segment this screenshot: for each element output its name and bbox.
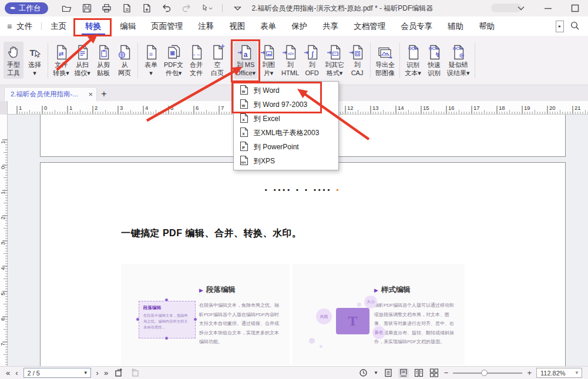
- zoom-slider-thumb[interactable]: [481, 370, 488, 376]
- print-icon[interactable]: [101, 2, 113, 14]
- page-number-box[interactable]: 2 / 5 ▼: [23, 368, 91, 378]
- svg-text:0: 0: [0, 166, 6, 169]
- chevron-down-icon: ▼: [83, 370, 88, 375]
- menu-overflow-button[interactable]: ▸: [556, 21, 564, 32]
- svg-text:⇄: ⇄: [59, 51, 64, 57]
- view-mode-icon[interactable]: [358, 368, 369, 378]
- ribbon-button-hand-tool[interactable]: 手型工具: [4, 42, 23, 79]
- redo-icon[interactable]: [181, 2, 193, 14]
- zoom-in-button[interactable]: +: [527, 368, 532, 377]
- restore-chevron-icon[interactable]: [515, 2, 527, 14]
- menu-item-共享[interactable]: 共享: [322, 16, 338, 36]
- thumb-text: 在段落中编辑文本，免除布局之忧。编辑内容时支持文本自动重排...: [143, 313, 191, 330]
- menu-item-编辑[interactable]: 编辑: [120, 16, 136, 36]
- svg-text:2: 2: [95, 105, 98, 111]
- page-copy-icon[interactable]: [121, 2, 133, 14]
- menu-item-表单[interactable]: 表单: [260, 16, 276, 36]
- minimize-icon[interactable]: [542, 2, 554, 14]
- dropdown-item--word[interactable]: w到 Word: [234, 83, 338, 98]
- to-caj-icon: [349, 43, 365, 61]
- dropdown-item--excel[interactable]: x到 Excel: [234, 112, 338, 126]
- card-body: 福昕PDF编辑器个人版可以通过移动和缩放段落调整文档布局，对文本、图像、形状等对…: [374, 301, 458, 347]
- ribbon-button-from-web[interactable]: 从网页: [115, 42, 135, 79]
- new-tab-button[interactable]: +: [97, 87, 111, 101]
- svg-text:21: 21: [574, 105, 581, 111]
- facing-page-icon[interactable]: [414, 368, 424, 378]
- ribbon-button-pdf-portfolio[interactable]: ▣PDF文件包▾: [162, 42, 185, 79]
- zoom-out-button[interactable]: −: [444, 368, 449, 377]
- xps-doc-icon: xps: [239, 155, 248, 167]
- last-page-button[interactable]: »: [104, 368, 108, 377]
- menu-item-转换[interactable]: 转换: [82, 16, 105, 36]
- ribbon-button-to-image[interactable]: 到图片▾: [258, 42, 278, 79]
- menu-item-帮助[interactable]: 帮助: [479, 16, 495, 36]
- tab-close-icon[interactable]: ×: [88, 90, 93, 99]
- ribbon-button-to-caj[interactable]: 到CAJ: [347, 42, 367, 79]
- zoom-level-box[interactable]: 112.82% ▼: [536, 368, 582, 378]
- dropdown-item--xps[interactable]: xps到XPS: [234, 154, 338, 168]
- ruler-corner: [0, 101, 8, 115]
- svg-text:6: 6: [0, 317, 6, 320]
- dropdown-item--xml-2003[interactable]: x至XML电子表格2003: [234, 126, 338, 140]
- page-number-value: 2 / 5: [28, 370, 83, 377]
- menu-item-视图[interactable]: 视图: [229, 16, 245, 36]
- ribbon-button-export-all-images[interactable]: 导出全部图像: [374, 42, 397, 79]
- menu-item-file[interactable]: 文件: [16, 16, 32, 36]
- pointer-tool-icon[interactable]: [201, 2, 213, 14]
- ribbon-button-combine-files[interactable]: →←合并文件: [186, 42, 206, 79]
- menu-item-会员专享[interactable]: 会员专享: [401, 16, 432, 36]
- menu-item-辅助[interactable]: 辅助: [448, 16, 463, 36]
- menu-item-文档管理[interactable]: 文档管理: [354, 16, 385, 36]
- zoom-slider[interactable]: [453, 369, 522, 377]
- previous-view-button[interactable]: [113, 368, 124, 378]
- ribbon-button-from-scanner[interactable]: 从扫描仪▾: [72, 42, 92, 79]
- style-bubble: 风格: [316, 308, 332, 324]
- hamburger-menu-icon[interactable]: ≡: [7, 22, 11, 31]
- menu-item-保护[interactable]: 保护: [291, 16, 307, 36]
- maximize-icon[interactable]: [569, 2, 581, 14]
- ribbon-button-ocr-quick[interactable]: OCR↯快速识别: [424, 42, 444, 79]
- from-web-icon: [116, 43, 133, 61]
- ribbon-button-to-ms-office[interactable]: a到 MSOffice▾: [234, 42, 257, 79]
- dropdown-item--powerpoint[interactable]: P到 PowerPoint: [234, 140, 338, 154]
- menu-item-注释[interactable]: 注释: [198, 16, 214, 36]
- next-page-button[interactable]: ›: [96, 368, 99, 377]
- ribbon-button-to-html[interactable]: </>到HTML: [280, 42, 301, 79]
- svg-text:OCR: OCR: [453, 46, 463, 51]
- ribbon-button-from-clipboard[interactable]: 从剪贴板: [93, 42, 113, 79]
- ribbon-button-blank-page[interactable]: +空白页: [207, 42, 227, 79]
- svg-text:OCR: OCR: [429, 46, 439, 51]
- search-icon[interactable]: [570, 21, 580, 32]
- triangle-bullet-icon: ▶: [374, 287, 378, 293]
- document-tab[interactable]: 2.福昕会员使用指南-... ×: [4, 87, 97, 101]
- collapse-ribbon-icon[interactable]: [232, 2, 244, 14]
- ribbon-button-ocr-suspects[interactable]: OCR◎疑似错误结果▾: [445, 42, 472, 79]
- first-page-button[interactable]: «: [6, 368, 10, 377]
- open-folder-icon[interactable]: [61, 2, 73, 14]
- chevron-down-icon[interactable]: ▼: [374, 370, 378, 375]
- ribbon-button-to-ofd[interactable]: ∫到OFD: [302, 42, 322, 79]
- facing-continuous-icon[interactable]: [429, 368, 439, 378]
- ribbon-button-file-convert[interactable]: ⇄文件转换▾: [51, 42, 71, 79]
- menu-item-页面管理[interactable]: 页面管理: [151, 16, 183, 36]
- prev-page-button[interactable]: ‹: [15, 368, 18, 377]
- ribbon-button-select-tool[interactable]: T选择▾: [25, 42, 45, 79]
- chevron-down-icon: ▼: [574, 370, 579, 375]
- svg-text:1: 1: [69, 105, 72, 111]
- svg-text:3: 3: [0, 242, 6, 244]
- workspace-button[interactable]: ✒ 工作台: [5, 2, 48, 14]
- single-page-icon[interactable]: [383, 368, 394, 378]
- svg-text:⋯: ⋯: [333, 51, 338, 56]
- svg-text:20: 20: [549, 105, 556, 111]
- ribbon-button-ocr-recognize-text[interactable]: OCR识别文本▾: [403, 42, 423, 79]
- save-icon[interactable]: [81, 2, 93, 14]
- menu-item-主页[interactable]: 主页: [51, 16, 66, 36]
- page-add-icon[interactable]: [141, 2, 153, 14]
- dropdown-item--word-97-2003[interactable]: w到 Word 97-2003: [234, 98, 338, 112]
- paragraph-edit-card: 段落编辑 在段落中编辑文本，免除布局之忧。编辑内容时支持文本自动重排... ▶段…: [121, 264, 290, 365]
- continuous-page-icon[interactable]: [398, 368, 409, 378]
- undo-icon[interactable]: [161, 2, 173, 14]
- ribbon-button-form[interactable]: ≡表单▾: [141, 42, 161, 79]
- next-view-button[interactable]: [129, 368, 140, 378]
- ribbon-button-to-other-format[interactable]: ⋯到其它格式▾: [323, 42, 346, 79]
